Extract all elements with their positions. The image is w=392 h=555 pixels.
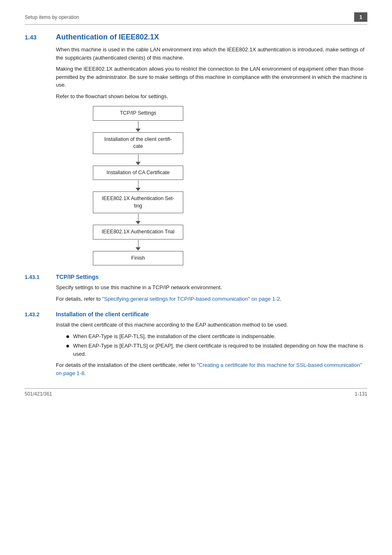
- subsection-1432-link-suffix: .: [84, 370, 86, 376]
- section-heading: 1.43 Authentication of IEEE802.1X: [25, 33, 367, 41]
- subsection-1432-after-text: For details of the installation of the c…: [56, 362, 197, 368]
- subsection-1431-link[interactable]: "Specifying general settings for TCP/IP-…: [102, 296, 280, 302]
- section-number: 1.43: [25, 34, 49, 41]
- subsection-1431-heading: 1.43.1 TCP/IP Settings: [25, 274, 367, 280]
- subsection-1431-para-1: Specify settings to use this machine in …: [56, 283, 367, 292]
- bullet-dot-2: ●: [66, 343, 70, 349]
- bullet-text-1: When EAP-Type is [EAP-TLS], the installa…: [73, 332, 276, 341]
- flow-arrow-1: [136, 121, 141, 132]
- flow-box-3: Installation of CA Certificate: [93, 166, 183, 180]
- flow-box-4: IEEE802.1X Authentication Set-ting: [93, 191, 183, 213]
- section-para-3: Refer to the flowchart shown below for s…: [56, 92, 367, 101]
- breadcrumb: Setup items by operation: [25, 14, 79, 20]
- subsection-1432-number: 1.43.2: [25, 311, 49, 318]
- section-para-2: Making the IEEE802.1X authentication all…: [56, 65, 367, 89]
- subsection-1432-after-bullets: For details of the installation of the c…: [56, 361, 367, 377]
- flow-box-5: IEEE802.1X Authentication Trial: [93, 225, 183, 240]
- flow-box-2: Installation of the client certifi-cate: [93, 132, 183, 154]
- page-tab: 1: [354, 12, 367, 22]
- subsection-1431-para-2-text: For details, refer to: [56, 296, 102, 302]
- bullet-list: ● When EAP-Type is [EAP-TLS], the instal…: [66, 332, 367, 358]
- bullet-item-1: ● When EAP-Type is [EAP-TLS], the instal…: [66, 332, 367, 341]
- subsection-1431-para-2: For details, refer to "Specifying genera…: [56, 295, 367, 303]
- subsection-1432-heading: 1.43.2 Installation of the client certif…: [25, 311, 367, 318]
- flow-box-6: Finish: [93, 251, 183, 266]
- subsection-1431-number: 1.43.1: [25, 274, 49, 280]
- flowchart: TCP/IP Settings Installation of the clie…: [56, 106, 220, 265]
- subsection-1432-title: Installation of the client certificate: [56, 311, 149, 318]
- flow-arrow-2: [136, 154, 141, 166]
- flow-arrow-4: [136, 213, 141, 225]
- subsection-1431-title: TCP/IP Settings: [56, 274, 99, 280]
- section-title: Authentication of IEEE802.1X: [56, 33, 159, 41]
- flow-box-1: TCP/IP Settings: [93, 106, 183, 121]
- footer-left: 501/421/361: [25, 391, 52, 397]
- bullet-dot-1: ●: [66, 333, 70, 340]
- section-para-1: When this machine is used in the cable L…: [56, 46, 367, 62]
- bullet-text-2: When EAP-Type is [EAP-TTLS] or [PEAP], t…: [73, 342, 367, 358]
- flow-arrow-5: [136, 240, 141, 251]
- bullet-item-2: ● When EAP-Type is [EAP-TTLS] or [PEAP],…: [66, 342, 367, 358]
- flow-arrow-3: [136, 180, 141, 191]
- subsection-1432-para-1: Install the client certificate of this m…: [56, 321, 367, 329]
- footer: 501/421/361 1-131: [25, 388, 367, 397]
- footer-right: 1-131: [355, 391, 367, 397]
